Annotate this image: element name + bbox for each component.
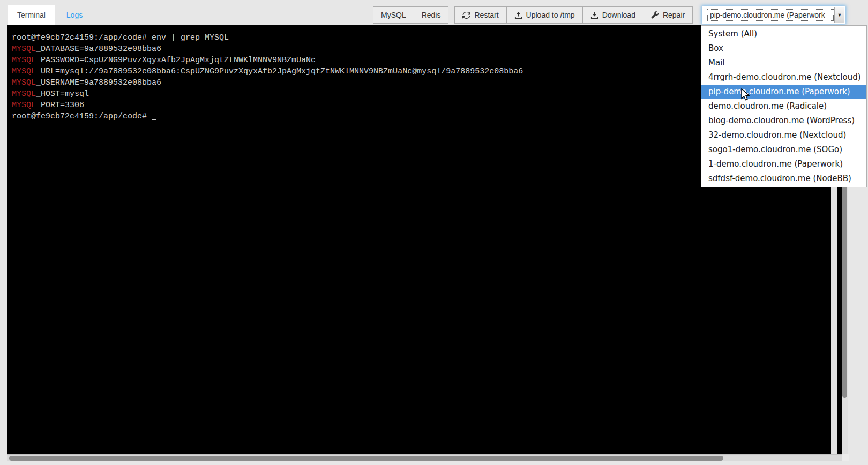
repair-button-label: Repair <box>663 11 685 19</box>
dropdown-arrow-icon[interactable]: ▼ <box>834 7 844 23</box>
app-option[interactable]: 4rrgrh-demo.cloudron.me (Nextcloud) <box>701 70 866 85</box>
app-option[interactable]: System (All) <box>701 27 866 41</box>
upload-button-label: Upload to /tmp <box>526 11 575 19</box>
app-select-value: pip-demo.cloudron.me (Paperwork <box>708 10 833 20</box>
app-option[interactable]: sogo1-demo.cloudron.me (SOGo) <box>701 142 866 157</box>
mouse-cursor-icon <box>741 88 751 104</box>
toolbar: MySQL Redis Restart Upload to /tmp Downl… <box>373 6 693 24</box>
app-option[interactable]: Box <box>701 41 866 56</box>
upload-icon <box>514 11 522 19</box>
app-option[interactable]: sdfdsf-demo.cloudron.me (NodeBB) <box>701 171 866 186</box>
app-option[interactable]: Mail <box>701 56 866 70</box>
mysql-button-label: MySQL <box>381 11 406 19</box>
tab-logs-label: Logs <box>66 11 83 19</box>
repair-button[interactable]: Repair <box>643 6 693 24</box>
refresh-icon <box>462 11 470 19</box>
scrollbar-corner <box>842 454 849 461</box>
horizontal-scrollbar[interactable] <box>7 454 842 461</box>
app-option[interactable]: pip-demo.cloudron.me (Paperwork) <box>701 85 866 99</box>
tab-logs[interactable]: Logs <box>56 5 93 25</box>
app-option[interactable]: 1-demo.cloudron.me (Paperwork) <box>701 157 866 171</box>
tab-terminal[interactable]: Terminal <box>8 5 55 25</box>
wrench-icon <box>651 11 659 19</box>
app-option[interactable]: demo.cloudron.me (Radicale) <box>701 99 866 114</box>
mysql-button[interactable]: MySQL <box>373 6 414 24</box>
horizontal-scrollbar-thumb[interactable] <box>9 456 723 461</box>
app-option[interactable]: blog-demo.cloudron.me (WordPress) <box>701 114 866 128</box>
redis-button[interactable]: Redis <box>414 6 449 24</box>
redis-button-label: Redis <box>422 11 441 19</box>
addon-button-group: MySQL Redis <box>373 6 448 24</box>
terminal-cursor <box>152 111 156 120</box>
app-select-dropdown: System (All)BoxMail4rrgrh-demo.cloudron.… <box>701 25 867 188</box>
upload-button[interactable]: Upload to /tmp <box>507 6 583 24</box>
app-option[interactable]: 32-demo.cloudron.me (Nextcloud) <box>701 128 866 142</box>
tab-terminal-label: Terminal <box>17 11 46 19</box>
download-button-label: Download <box>602 11 635 19</box>
restart-button[interactable]: Restart <box>454 6 506 24</box>
restart-button-label: Restart <box>474 11 498 19</box>
download-icon <box>590 11 598 19</box>
app-select[interactable]: pip-demo.cloudron.me (Paperwork ▼ <box>702 6 845 24</box>
action-button-group: Restart Upload to /tmp Download Repair <box>454 6 693 24</box>
download-button[interactable]: Download <box>583 6 643 24</box>
